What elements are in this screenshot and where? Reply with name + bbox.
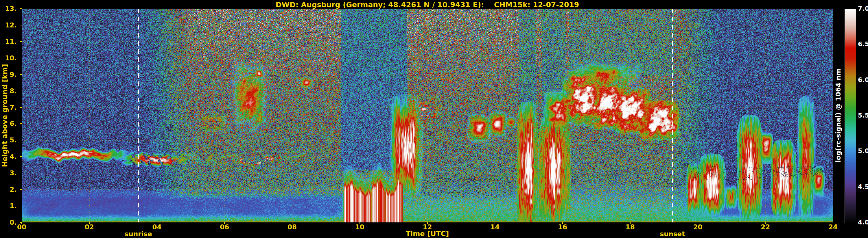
x-tick-label: 04 bbox=[148, 224, 166, 231]
x-tick-label: 16 bbox=[554, 224, 571, 231]
x-tick-mark bbox=[360, 223, 360, 224]
x-tick-label: 08 bbox=[283, 224, 301, 231]
y-tick-mark bbox=[20, 107, 22, 108]
x-tick-mark bbox=[157, 223, 157, 224]
colorbar-tick-label: 4.0 bbox=[858, 219, 868, 226]
colorbar-tick-label: 4.5 bbox=[858, 183, 868, 191]
x-tick-mark bbox=[698, 223, 698, 224]
y-tick-label: 6. bbox=[0, 120, 17, 127]
y-tick-label: 8. bbox=[0, 87, 17, 95]
x-tick-mark bbox=[630, 223, 630, 224]
y-axis-label: Height above ground [km] bbox=[1, 64, 9, 167]
x-tick-mark bbox=[495, 223, 495, 224]
y-tick-label: 7. bbox=[0, 104, 17, 111]
x-tick-label: 10 bbox=[351, 224, 369, 231]
y-tick-mark bbox=[20, 222, 22, 223]
y-tick-mark bbox=[20, 74, 22, 75]
y-tick-mark bbox=[20, 140, 22, 140]
y-tick-label: 4. bbox=[0, 153, 17, 160]
colorbar-tick-label: 5.0 bbox=[858, 147, 868, 155]
y-tick-mark bbox=[20, 41, 22, 42]
colorbar-tick-label: 7.0 bbox=[858, 5, 868, 12]
colorbar-label: log(rc-signal) @ 1064 nm bbox=[834, 69, 842, 163]
sunrise-annotation: sunrise bbox=[115, 230, 161, 238]
x-tick-label: 22 bbox=[757, 224, 774, 231]
y-tick-mark bbox=[20, 189, 22, 190]
colorbar-tick-label: 6.5 bbox=[858, 40, 868, 48]
x-tick-label: 02 bbox=[81, 224, 98, 231]
y-tick-label: 0. bbox=[0, 219, 17, 226]
x-tick-label: 06 bbox=[216, 224, 233, 231]
y-tick-mark bbox=[20, 25, 22, 26]
y-tick-mark bbox=[20, 58, 22, 58]
y-tick-label: 2. bbox=[0, 186, 17, 193]
y-tick-mark bbox=[20, 91, 22, 91]
x-tick-label: 18 bbox=[622, 224, 639, 231]
y-tick-label: 13. bbox=[0, 5, 17, 12]
y-tick-label: 3. bbox=[0, 169, 17, 177]
y-tick-label: 9. bbox=[0, 71, 17, 78]
x-tick-mark bbox=[89, 223, 90, 224]
x-tick-mark bbox=[833, 223, 833, 224]
y-tick-mark bbox=[20, 206, 22, 206]
colorbar-tick-label: 6.0 bbox=[858, 76, 868, 84]
colorbar-tick-label: 5.5 bbox=[858, 112, 868, 119]
x-tick-mark bbox=[292, 223, 292, 224]
x-tick-label: 20 bbox=[689, 224, 707, 231]
colorbar bbox=[844, 9, 856, 223]
x-tick-mark bbox=[427, 223, 428, 224]
y-tick-mark bbox=[20, 123, 22, 124]
y-tick-label: 10. bbox=[0, 54, 17, 62]
sunset-annotation: sunset bbox=[649, 230, 695, 238]
heatmap-canvas bbox=[22, 9, 833, 223]
x-tick-label: 24 bbox=[824, 224, 842, 231]
x-tick-label: 14 bbox=[486, 224, 503, 231]
y-tick-label: 5. bbox=[0, 136, 17, 144]
x-tick-mark bbox=[224, 223, 225, 224]
y-tick-label: 11. bbox=[0, 38, 17, 45]
y-tick-mark bbox=[20, 8, 22, 9]
y-tick-label: 1. bbox=[0, 202, 17, 210]
x-tick-label: 12 bbox=[419, 224, 436, 231]
chart-title: DWD: Augsburg (Germany; 48.4261 N / 10.9… bbox=[22, 1, 833, 9]
x-tick-mark bbox=[765, 223, 766, 224]
y-tick-mark bbox=[20, 173, 22, 173]
ceilometer-quicklook-figure: DWD: Augsburg (Germany; 48.4261 N / 10.9… bbox=[0, 0, 868, 238]
y-tick-label: 12. bbox=[0, 21, 17, 29]
x-tick-mark bbox=[562, 223, 563, 224]
y-tick-mark bbox=[20, 156, 22, 157]
